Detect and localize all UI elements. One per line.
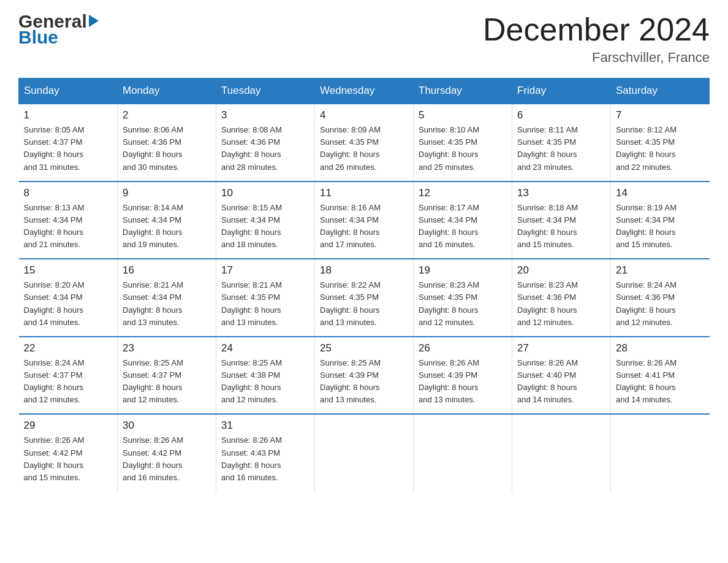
calendar-day-cell: 24 Sunrise: 8:25 AM Sunset: 4:38 PM Dayl… <box>216 337 315 415</box>
calendar-day-cell: 20 Sunrise: 8:23 AM Sunset: 4:36 PM Dayl… <box>512 259 611 337</box>
day-info: Sunrise: 8:25 AM Sunset: 4:38 PM Dayligh… <box>221 357 309 407</box>
calendar-week-row: 29 Sunrise: 8:26 AM Sunset: 4:42 PM Dayl… <box>19 414 710 491</box>
calendar-week-row: 8 Sunrise: 8:13 AM Sunset: 4:34 PM Dayli… <box>19 182 710 259</box>
day-number: 21 <box>616 264 705 277</box>
title-block: December 2024 Farschviller, France <box>483 12 710 66</box>
calendar-day-cell: 30 Sunrise: 8:26 AM Sunset: 4:42 PM Dayl… <box>118 414 216 491</box>
day-number: 30 <box>123 419 211 432</box>
calendar-day-cell: 27 Sunrise: 8:26 AM Sunset: 4:40 PM Dayl… <box>512 337 611 415</box>
calendar-day-cell: 10 Sunrise: 8:15 AM Sunset: 4:34 PM Dayl… <box>216 182 315 259</box>
day-number: 20 <box>517 264 605 277</box>
day-info: Sunrise: 8:26 AM Sunset: 4:42 PM Dayligh… <box>24 434 113 484</box>
calendar-day-cell: 11 Sunrise: 8:16 AM Sunset: 4:34 PM Dayl… <box>315 182 414 259</box>
day-info: Sunrise: 8:19 AM Sunset: 4:34 PM Dayligh… <box>616 202 705 251</box>
day-info: Sunrise: 8:14 AM Sunset: 4:34 PM Dayligh… <box>123 202 211 251</box>
day-number: 24 <box>221 342 309 354</box>
col-wednesday: Wednesday <box>315 79 414 104</box>
day-number: 8 <box>24 187 113 199</box>
day-number: 16 <box>123 264 211 277</box>
calendar-week-row: 1 Sunrise: 8:05 AM Sunset: 4:37 PM Dayli… <box>19 104 710 182</box>
day-number: 13 <box>517 187 605 199</box>
day-info: Sunrise: 8:24 AM Sunset: 4:36 PM Dayligh… <box>616 279 705 329</box>
month-title: December 2024 <box>483 12 710 47</box>
day-number: 11 <box>320 187 408 199</box>
calendar-day-cell: 14 Sunrise: 8:19 AM Sunset: 4:34 PM Dayl… <box>611 182 710 259</box>
day-number: 31 <box>221 419 309 432</box>
calendar-day-cell: 19 Sunrise: 8:23 AM Sunset: 4:35 PM Dayl… <box>414 259 512 337</box>
day-info: Sunrise: 8:26 AM Sunset: 4:40 PM Dayligh… <box>517 357 605 407</box>
day-number: 28 <box>616 342 705 354</box>
calendar-day-cell: 9 Sunrise: 8:14 AM Sunset: 4:34 PM Dayli… <box>118 182 216 259</box>
day-info: Sunrise: 8:13 AM Sunset: 4:34 PM Dayligh… <box>24 202 113 251</box>
day-number: 10 <box>221 187 309 199</box>
calendar-day-cell: 2 Sunrise: 8:06 AM Sunset: 4:36 PM Dayli… <box>118 104 216 182</box>
page-header: General Blue December 2024 Farschviller,… <box>18 12 710 66</box>
day-info: Sunrise: 8:16 AM Sunset: 4:34 PM Dayligh… <box>320 202 408 251</box>
logo: General Blue <box>18 12 99 47</box>
day-number: 22 <box>24 342 113 354</box>
day-info: Sunrise: 8:06 AM Sunset: 4:36 PM Dayligh… <box>123 124 211 174</box>
location-text: Farschviller, France <box>483 50 710 66</box>
calendar-day-cell: 12 Sunrise: 8:17 AM Sunset: 4:34 PM Dayl… <box>414 182 512 259</box>
day-number: 17 <box>221 264 309 277</box>
day-info: Sunrise: 8:18 AM Sunset: 4:34 PM Dayligh… <box>517 202 605 251</box>
day-number: 9 <box>123 187 211 199</box>
calendar-day-cell: 6 Sunrise: 8:11 AM Sunset: 4:35 PM Dayli… <box>512 104 611 182</box>
calendar-day-cell <box>611 414 710 491</box>
day-number: 18 <box>320 264 408 277</box>
day-number: 7 <box>616 109 705 121</box>
calendar-day-cell <box>414 414 512 491</box>
day-info: Sunrise: 8:08 AM Sunset: 4:36 PM Dayligh… <box>221 124 309 174</box>
calendar-day-cell: 5 Sunrise: 8:10 AM Sunset: 4:35 PM Dayli… <box>414 104 512 182</box>
calendar-header-row: Sunday Monday Tuesday Wednesday Thursday… <box>19 79 710 104</box>
day-info: Sunrise: 8:10 AM Sunset: 4:35 PM Dayligh… <box>419 124 507 174</box>
day-number: 12 <box>419 187 507 199</box>
calendar-day-cell: 7 Sunrise: 8:12 AM Sunset: 4:35 PM Dayli… <box>611 104 710 182</box>
calendar-day-cell: 22 Sunrise: 8:24 AM Sunset: 4:37 PM Dayl… <box>19 337 118 415</box>
day-number: 6 <box>517 109 605 121</box>
day-number: 2 <box>123 109 211 121</box>
day-info: Sunrise: 8:26 AM Sunset: 4:43 PM Dayligh… <box>221 434 309 484</box>
calendar-day-cell: 29 Sunrise: 8:26 AM Sunset: 4:42 PM Dayl… <box>19 414 118 491</box>
day-number: 25 <box>320 342 408 354</box>
day-info: Sunrise: 8:15 AM Sunset: 4:34 PM Dayligh… <box>221 202 309 251</box>
col-sunday: Sunday <box>19 79 118 104</box>
day-info: Sunrise: 8:26 AM Sunset: 4:39 PM Dayligh… <box>419 357 507 407</box>
calendar-day-cell: 3 Sunrise: 8:08 AM Sunset: 4:36 PM Dayli… <box>216 104 315 182</box>
calendar-table: Sunday Monday Tuesday Wednesday Thursday… <box>18 78 710 491</box>
day-info: Sunrise: 8:17 AM Sunset: 4:34 PM Dayligh… <box>419 202 507 251</box>
day-number: 5 <box>419 109 507 121</box>
day-info: Sunrise: 8:26 AM Sunset: 4:41 PM Dayligh… <box>616 357 705 407</box>
calendar-day-cell: 25 Sunrise: 8:25 AM Sunset: 4:39 PM Dayl… <box>315 337 414 415</box>
calendar-day-cell: 21 Sunrise: 8:24 AM Sunset: 4:36 PM Dayl… <box>611 259 710 337</box>
day-number: 3 <box>221 109 309 121</box>
day-info: Sunrise: 8:25 AM Sunset: 4:37 PM Dayligh… <box>123 357 211 407</box>
calendar-day-cell: 31 Sunrise: 8:26 AM Sunset: 4:43 PM Dayl… <box>216 414 315 491</box>
day-number: 14 <box>616 187 705 199</box>
day-info: Sunrise: 8:21 AM Sunset: 4:34 PM Dayligh… <box>123 279 211 329</box>
calendar-day-cell: 17 Sunrise: 8:21 AM Sunset: 4:35 PM Dayl… <box>216 259 315 337</box>
calendar-day-cell: 4 Sunrise: 8:09 AM Sunset: 4:35 PM Dayli… <box>315 104 414 182</box>
calendar-day-cell: 16 Sunrise: 8:21 AM Sunset: 4:34 PM Dayl… <box>118 259 216 337</box>
calendar-day-cell: 15 Sunrise: 8:20 AM Sunset: 4:34 PM Dayl… <box>19 259 118 337</box>
day-number: 29 <box>24 419 113 432</box>
day-info: Sunrise: 8:22 AM Sunset: 4:35 PM Dayligh… <box>320 279 408 329</box>
day-info: Sunrise: 8:09 AM Sunset: 4:35 PM Dayligh… <box>320 124 408 174</box>
day-info: Sunrise: 8:23 AM Sunset: 4:35 PM Dayligh… <box>419 279 507 329</box>
calendar-week-row: 22 Sunrise: 8:24 AM Sunset: 4:37 PM Dayl… <box>19 337 710 415</box>
day-info: Sunrise: 8:24 AM Sunset: 4:37 PM Dayligh… <box>24 357 113 407</box>
calendar-day-cell: 23 Sunrise: 8:25 AM Sunset: 4:37 PM Dayl… <box>118 337 216 415</box>
calendar-day-cell: 13 Sunrise: 8:18 AM Sunset: 4:34 PM Dayl… <box>512 182 611 259</box>
calendar-day-cell: 28 Sunrise: 8:26 AM Sunset: 4:41 PM Dayl… <box>611 337 710 415</box>
day-info: Sunrise: 8:05 AM Sunset: 4:37 PM Dayligh… <box>24 124 113 174</box>
day-number: 26 <box>419 342 507 354</box>
logo-flag-icon <box>89 15 99 27</box>
day-number: 19 <box>419 264 507 277</box>
col-monday: Monday <box>118 79 216 104</box>
col-saturday: Saturday <box>611 79 710 104</box>
col-friday: Friday <box>512 79 611 104</box>
day-info: Sunrise: 8:26 AM Sunset: 4:42 PM Dayligh… <box>123 434 211 484</box>
day-info: Sunrise: 8:23 AM Sunset: 4:36 PM Dayligh… <box>517 279 605 329</box>
day-info: Sunrise: 8:25 AM Sunset: 4:39 PM Dayligh… <box>320 357 408 407</box>
day-number: 1 <box>24 109 113 121</box>
